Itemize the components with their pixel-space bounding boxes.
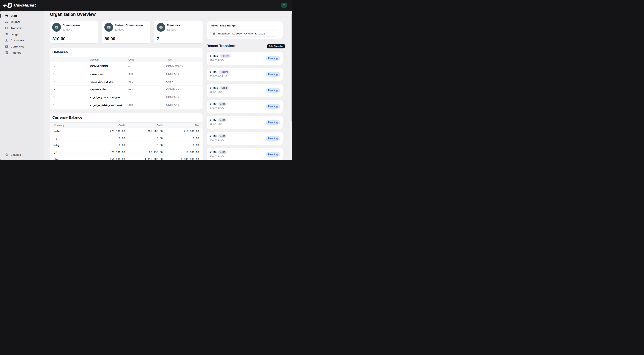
user-avatar[interactable]: Z <box>282 2 287 8</box>
credit-value: 78,136.00 <box>112 151 125 154</box>
expand-row-button[interactable] <box>53 72 56 75</box>
transfers-list: #TR10 Receive 898.00 USD Pending #TR4 Re… <box>207 52 283 160</box>
brand-logo: $ Hawalajaat <box>3 3 36 8</box>
stat-period: 32 days <box>114 28 124 31</box>
sidebar-item-label: Currencies <box>10 45 24 48</box>
scrollbar-thumb[interactable] <box>291 14 292 121</box>
active-item-indicator <box>0 13 0 18</box>
stat-title: Transfers <box>167 23 180 27</box>
date-range-label: Select Date Range <box>211 24 236 27</box>
account-code: – <box>128 96 130 98</box>
stat-value: 80.00 <box>104 36 115 41</box>
transfer-id: #TR9 <box>210 102 216 106</box>
sidebar-item-label: Transfers <box>10 26 22 30</box>
expand-row-button[interactable] <box>53 96 56 98</box>
transfer-card-tr8[interactable]: #TR8 Send 200.00 USD Pending <box>207 132 283 145</box>
column-header-account: Account <box>90 57 99 62</box>
speed-lines-icon <box>3 4 7 7</box>
balances-rows: COMMISSION – COMMISSION ايمل صفى 009 COM… <box>50 62 202 109</box>
stat-value: 310.00 <box>52 36 66 41</box>
direction-badge: Send <box>220 86 229 90</box>
transfer-card-header: #TR10 Send <box>210 86 229 90</box>
currency-balance-title: Currency Balance <box>52 115 82 120</box>
balances-row[interactable]: صرافی احمد و برادران – COMPANY <box>50 93 202 101</box>
currency-balance-panel: Currency Balance Currency Credit Debit N… <box>50 113 202 160</box>
balances-table-header: Account Code Type <box>50 57 202 62</box>
balances-row[interactable]: حامد حسیب 003 COMPANY <box>50 86 202 93</box>
transfer-card-tr4[interactable]: #TR4 Receive 50,000.00 RUB Pending <box>207 68 283 81</box>
stat-title: Partner Commission <box>114 23 143 27</box>
currency-row: پوند 0.00 0.00 0.00 <box>50 135 202 142</box>
transfer-id: #TR7 <box>210 118 216 122</box>
expand-row-button[interactable] <box>53 80 56 83</box>
gear-icon <box>5 153 8 156</box>
currency-name: پوند <box>54 137 58 140</box>
date-range-panel: Select Date Range September 30, 2025 - O… <box>207 21 283 39</box>
expand-row-button[interactable] <box>53 65 56 68</box>
banknote-icon <box>5 45 8 48</box>
direction-badge: Send <box>218 118 227 122</box>
balances-row[interactable]: تجری / دخل سیف 001 CASH <box>50 78 202 86</box>
stat-icon-circle <box>52 23 61 32</box>
date-range-value: September 30, 2025 - October 31, 2025 <box>217 32 265 35</box>
account-name: نعیم الله و شاکر برادران <box>90 103 122 106</box>
globe-icon <box>5 26 8 30</box>
expand-row-button[interactable] <box>53 103 56 106</box>
add-transfer-button[interactable]: Add Transfer <box>267 44 285 48</box>
account-name: تجری / دخل سیف <box>90 80 113 83</box>
sidebar-item-label: Journal <box>10 20 20 23</box>
direction-badge: Receive <box>218 70 230 74</box>
balances-row[interactable]: COMMISSION – COMMISSION <box>50 62 202 70</box>
balances-panel: Balances Account Code Type COMMISSION – … <box>50 48 202 109</box>
status-badge: Pending <box>266 56 280 60</box>
debit-value: 4,156,000.00 <box>144 158 163 160</box>
currency-table-header: Currency Credit Debit Net <box>50 122 202 128</box>
stat-period: 32 days <box>167 28 176 31</box>
currency-row: روبل 156,000.00 4,156,000.00 -4,000,000.… <box>50 156 202 160</box>
date-range-input[interactable]: September 30, 2025 - October 31, 2025 <box>210 30 280 36</box>
transfer-card-tr9[interactable]: #TR9 Send 345.00 USD Pending <box>207 100 283 113</box>
currency-name: دالر <box>54 151 58 154</box>
transfer-card-tr10[interactable]: #TR10 Send 89.00 USD Pending <box>207 84 283 97</box>
status-badge: Pending <box>266 72 280 76</box>
balances-row[interactable]: ايمل صفى 009 COMPANY <box>50 70 202 78</box>
transfer-card-header: #TR9 Send <box>210 102 227 106</box>
sidebar-item-start[interactable]: Start <box>0 13 44 19</box>
sidebar-item-ledger[interactable]: Ledger <box>0 31 44 37</box>
main-content: Organization Overview Commission 32 days… <box>44 10 292 160</box>
account-name: COMMISSION <box>90 65 108 68</box>
debit-value: 68,136.00 <box>149 151 163 154</box>
net-value: 10,000.00 <box>186 151 199 154</box>
sidebar-item-label: Customers <box>10 39 24 42</box>
transfer-id: #TR8 <box>210 134 216 138</box>
expand-row-button[interactable] <box>53 88 56 91</box>
transfer-card-header: #TR10 Receive <box>210 54 232 58</box>
transfer-card-tr7[interactable]: #TR7 Send 89.00 USD Pending <box>207 116 283 129</box>
transfer-amount: 898.00 USD <box>210 59 224 62</box>
sidebar-item-customers[interactable]: Customers <box>0 37 44 43</box>
transfer-amount: 200.00 USD <box>210 139 224 142</box>
sidebar-item-currencies[interactable]: Currencies <box>0 43 44 49</box>
net-value: 210,000.00 <box>184 130 199 133</box>
account-type: COMPANY <box>166 72 179 75</box>
status-badge: Pending <box>266 136 280 141</box>
transfer-amount: 89.00 USD <box>210 123 222 126</box>
stat-card-partner-commission: Partner Commission 32 days 80.00 <box>102 21 150 43</box>
balances-row[interactable]: نعیم الله و شاکر برادران 010 COMPANY <box>50 101 202 109</box>
sidebar-item-transfers[interactable]: Transfers <box>0 25 44 31</box>
debit-value: 0.00 <box>156 137 163 140</box>
currency-row: دالر 78,136.00 68,136.00 10,000.00 <box>50 149 202 156</box>
screen: $ Hawalajaat Z Start Journal <box>0 0 292 161</box>
sidebar-item-settings[interactable]: Settings <box>5 152 21 158</box>
home-icon <box>5 14 8 17</box>
transfer-id: #TR10 <box>210 54 218 57</box>
currency-name: افغانی <box>54 130 61 133</box>
sidebar-item-journal[interactable]: Journal <box>0 19 44 25</box>
transfer-card-tr6[interactable]: #TR6 Send 400.00 USD Pending <box>207 148 283 160</box>
transfer-card-tr10[interactable]: #TR10 Receive 898.00 USD Pending <box>207 52 283 65</box>
account-type: COMPANY <box>166 88 179 91</box>
credit-value: 475,500.00 <box>110 130 125 133</box>
status-badge: Pending <box>266 152 280 157</box>
sidebar-item-partners[interactable]: Partners <box>0 49 44 56</box>
calendar-icon <box>213 32 216 35</box>
